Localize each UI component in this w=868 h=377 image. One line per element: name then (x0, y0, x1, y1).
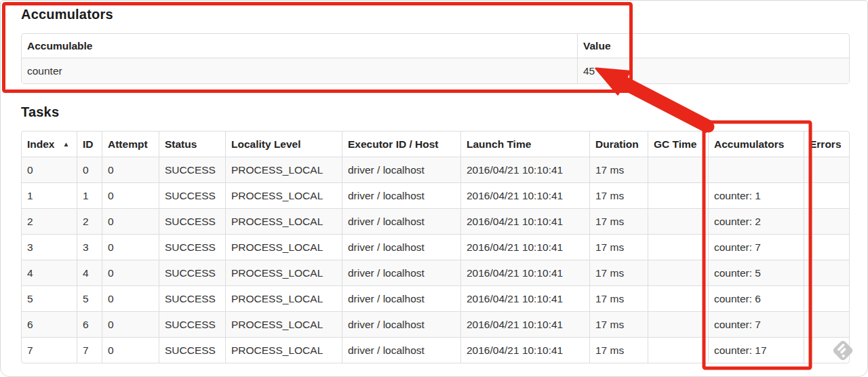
accumulable-row-cell-value: 45 (577, 58, 849, 83)
task-row-cell-launch_time: 2016/04/21 10:10:41 (460, 157, 589, 182)
task-row-cell-status: SUCCESS (159, 157, 225, 182)
col-header-status[interactable]: Status (159, 132, 225, 157)
task-row-cell-attempt: 0 (102, 285, 159, 311)
task-row-cell-id: 3 (77, 234, 102, 260)
col-header-launch_time[interactable]: Launch Time (460, 132, 589, 157)
task-row-cell-launch_time: 2016/04/21 10:10:41 (460, 311, 589, 337)
task-row-cell-duration: 17 ms (589, 182, 648, 208)
task-row-cell-attempt: 0 (102, 208, 159, 234)
spark-ui-page: Accumulators AccumulableValue counter45 … (0, 0, 868, 377)
task-row-cell-status: SUCCESS (159, 182, 225, 208)
col-header-id[interactable]: ID (77, 132, 102, 157)
task-row-cell-gc_time (648, 285, 708, 311)
task-row-cell-duration: 17 ms (589, 208, 648, 234)
task-row-cell-duration: 17 ms (589, 285, 648, 311)
task-row-cell-gc_time (648, 311, 708, 337)
task-row-cell-gc_time (648, 260, 708, 285)
task-row-cell-locality_level: PROCESS_LOCAL (225, 234, 342, 260)
task-row-cell-id: 7 (77, 337, 102, 363)
task-row-cell-status: SUCCESS (159, 337, 225, 363)
task-row-cell-status: SUCCESS (159, 208, 225, 234)
task-row: 660SUCCESSPROCESS_LOCALdriver / localhos… (22, 311, 849, 337)
task-row-cell-index: 5 (22, 285, 77, 311)
sort-ascending-icon: ▲ (62, 140, 69, 148)
accumulators-table-header-row: AccumulableValue (22, 34, 849, 58)
task-row-cell-executor_id_host: driver / localhost (342, 157, 460, 182)
accumulators-table: AccumulableValue counter45 (21, 33, 850, 84)
task-row-cell-executor_id_host: driver / localhost (342, 311, 460, 337)
col-header-gc_time[interactable]: GC Time (648, 132, 708, 157)
task-row-cell-status: SUCCESS (159, 311, 225, 337)
tasks-table: Index▲IDAttemptStatusLocality LevelExecu… (21, 131, 850, 363)
col-header-errors[interactable]: Errors (804, 132, 849, 157)
task-row-cell-errors (804, 285, 849, 311)
task-row-cell-executor_id_host: driver / localhost (342, 260, 460, 285)
task-row-cell-launch_time: 2016/04/21 10:10:41 (460, 285, 589, 311)
task-row-cell-index: 2 (22, 208, 77, 234)
task-row-cell-accumulators (708, 157, 804, 182)
task-row-cell-duration: 17 ms (589, 260, 648, 285)
col-header-duration[interactable]: Duration (589, 132, 648, 157)
task-row-cell-index: 6 (22, 311, 77, 337)
task-row-cell-id: 5 (77, 285, 102, 311)
tasks-table-header-row: Index▲IDAttemptStatusLocality LevelExecu… (22, 132, 849, 157)
task-row: 440SUCCESSPROCESS_LOCALdriver / localhos… (22, 260, 849, 285)
task-row-cell-launch_time: 2016/04/21 10:10:41 (460, 208, 589, 234)
task-row-cell-attempt: 0 (102, 311, 159, 337)
task-row-cell-status: SUCCESS (159, 285, 225, 311)
task-row-cell-errors (804, 311, 849, 337)
task-row-cell-gc_time (648, 337, 708, 363)
task-row: 000SUCCESSPROCESS_LOCALdriver / localhos… (22, 157, 849, 182)
accumulators-section-title: Accumulators (21, 7, 113, 22)
task-row-cell-duration: 17 ms (589, 337, 648, 363)
col-header-accumulable[interactable]: Accumulable (22, 34, 577, 58)
col-header-index[interactable]: Index▲ (22, 132, 77, 157)
col-header-locality_level[interactable]: Locality Level (225, 132, 342, 157)
task-row-cell-index: 1 (22, 182, 77, 208)
task-row-cell-errors (804, 182, 849, 208)
task-row-cell-locality_level: PROCESS_LOCAL (225, 182, 342, 208)
task-row-cell-attempt: 0 (102, 234, 159, 260)
task-row-cell-accumulators: counter: 5 (708, 260, 804, 285)
task-row-cell-accumulators: counter: 17 (708, 337, 804, 363)
task-row-cell-errors (804, 234, 849, 260)
accumulable-row: counter45 (22, 58, 849, 83)
col-header-executor_id_host[interactable]: Executor ID / Host (342, 132, 460, 157)
task-row-cell-index: 4 (22, 260, 77, 285)
task-row-cell-duration: 17 ms (589, 234, 648, 260)
col-header-accumulators[interactable]: Accumulators (708, 132, 804, 157)
task-row-cell-executor_id_host: driver / localhost (342, 285, 460, 311)
col-header-attempt[interactable]: Attempt (102, 132, 159, 157)
task-row: 110SUCCESSPROCESS_LOCALdriver / localhos… (22, 182, 849, 208)
task-row-cell-id: 0 (77, 157, 102, 182)
task-row-cell-accumulators: counter: 6 (708, 285, 804, 311)
task-row-cell-duration: 17 ms (589, 311, 648, 337)
task-row-cell-attempt: 0 (102, 260, 159, 285)
task-row-cell-gc_time (648, 157, 708, 182)
task-row-cell-executor_id_host: driver / localhost (342, 234, 460, 260)
task-row-cell-attempt: 0 (102, 157, 159, 182)
task-row-cell-locality_level: PROCESS_LOCAL (225, 157, 342, 182)
task-row-cell-launch_time: 2016/04/21 10:10:41 (460, 182, 589, 208)
task-row-cell-gc_time (648, 208, 708, 234)
task-row-cell-duration: 17 ms (589, 157, 648, 182)
task-row-cell-attempt: 0 (102, 337, 159, 363)
task-row-cell-launch_time: 2016/04/21 10:10:41 (460, 260, 589, 285)
task-row-cell-executor_id_host: driver / localhost (342, 208, 460, 234)
task-row-cell-accumulators: counter: 1 (708, 182, 804, 208)
task-row-cell-gc_time (648, 234, 708, 260)
task-row-cell-locality_level: PROCESS_LOCAL (225, 285, 342, 311)
task-row-cell-accumulators: counter: 7 (708, 311, 804, 337)
tasks-section-title: Tasks (21, 104, 59, 120)
col-header-value[interactable]: Value (577, 34, 849, 58)
task-row-cell-gc_time (648, 182, 708, 208)
task-row-cell-executor_id_host: driver / localhost (342, 337, 460, 363)
task-row-cell-id: 1 (77, 182, 102, 208)
accumulable-row-cell-accumulable: counter (22, 58, 577, 83)
task-row-cell-attempt: 0 (102, 182, 159, 208)
task-row: 550SUCCESSPROCESS_LOCALdriver / localhos… (22, 285, 849, 311)
task-row-cell-errors (804, 208, 849, 234)
task-row-cell-errors (804, 157, 849, 182)
task-row: 330SUCCESSPROCESS_LOCALdriver / localhos… (22, 234, 849, 260)
task-row-cell-id: 4 (77, 260, 102, 285)
